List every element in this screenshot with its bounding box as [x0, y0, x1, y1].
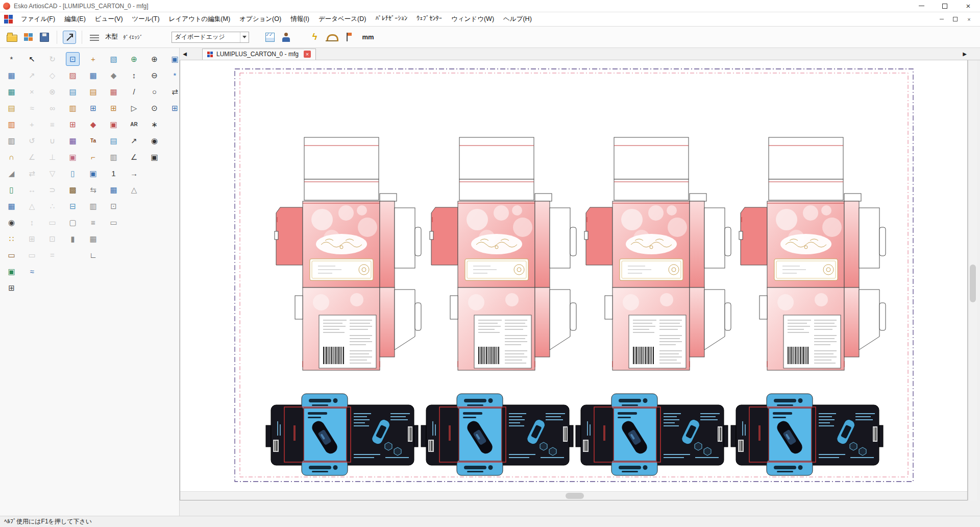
rectangle-tool[interactable]: ▭ — [25, 248, 39, 262]
save-button[interactable] — [38, 31, 51, 44]
menu-info[interactable]: 情報(I) — [286, 12, 314, 26]
mdi-minimize-button[interactable] — [935, 15, 948, 24]
block-tool[interactable]: ▮ — [66, 232, 80, 246]
menu-webcenter[interactable]: ｳｪﾌﾞｾﾝﾀｰ — [412, 12, 447, 26]
gray-diamond-tool[interactable]: ◆ — [107, 68, 120, 82]
purple-grid-tool[interactable]: ▦ — [66, 134, 80, 148]
blue-grid2-tool[interactable]: ▦ — [107, 183, 120, 197]
nest-tool[interactable]: ▦ — [5, 199, 18, 213]
full-screen-tool[interactable]: ▣ — [148, 150, 161, 164]
box-dot-tool[interactable]: ⊡ — [107, 199, 120, 213]
taper-tool[interactable]: △ — [25, 199, 39, 213]
orange-plus-tool[interactable]: ⊞ — [107, 101, 120, 115]
therefore-tool[interactable]: ∴ — [45, 199, 59, 213]
rows-tool[interactable]: ▤ — [66, 85, 80, 99]
red-grid-tool[interactable]: ▦ — [107, 85, 120, 99]
red-diamond-tool[interactable]: ◆ — [86, 117, 100, 131]
perpendicular-tool[interactable]: ⊥ — [45, 150, 59, 164]
angle2-tool[interactable]: ∠ — [127, 150, 141, 164]
layout-check-button[interactable] — [263, 31, 277, 44]
dieboard-edge-tool-button[interactable] — [63, 31, 76, 44]
bar-tool[interactable]: ▭ — [45, 215, 59, 229]
superset-tool[interactable]: ⊃ — [45, 183, 59, 197]
blue-plus-grid-tool[interactable]: ⊞ — [86, 101, 100, 115]
pan-tool[interactable]: ∗ — [148, 117, 161, 131]
loop-tool[interactable]: ∞ — [45, 101, 59, 115]
menu-window[interactable]: ウィンドウ(W) — [447, 12, 499, 26]
layout-manager-button[interactable] — [21, 31, 35, 44]
tall-panel-tool[interactable]: ▯ — [66, 166, 80, 180]
database-operator-button[interactable] — [280, 31, 293, 44]
move-vertical-tool[interactable]: ↕ — [25, 215, 39, 229]
ruler-tool[interactable]: ▭ — [5, 248, 18, 262]
select-tool[interactable]: ↖ — [25, 52, 39, 66]
layout-canvas[interactable] — [180, 60, 968, 500]
layout-grid-tool[interactable]: ▦ — [5, 68, 18, 82]
diamond-tool[interactable]: ◇ — [45, 68, 59, 82]
maximize-button[interactable] — [933, 0, 957, 12]
arrow-right-tool[interactable]: → — [127, 166, 141, 180]
dot-box-tool[interactable]: ⊡ — [45, 232, 59, 246]
text-attr-tool[interactable]: Ta — [86, 134, 100, 148]
lines-tool[interactable]: ≡ — [45, 117, 59, 131]
vertical-arrow-tool[interactable]: ↕ — [127, 68, 141, 82]
play-tool[interactable]: ▷ — [127, 101, 141, 115]
blue-grid-tool[interactable]: ▦ — [86, 68, 100, 82]
menu-file[interactable]: ファイル(F) — [16, 12, 60, 26]
mdi-restore-button[interactable] — [948, 15, 962, 24]
spec-sheet-tool[interactable]: ▤ — [5, 101, 18, 115]
menu-palletization[interactable]: ﾊﾟﾚﾁｾﾞｰｼｮﾝ — [371, 12, 412, 26]
orange-rows-tool[interactable]: ▤ — [86, 85, 100, 99]
stretch-tool[interactable]: ↔ — [25, 183, 39, 197]
panel-tool[interactable]: ▯ — [5, 183, 18, 197]
carton-sleeve-4[interactable] — [731, 394, 883, 475]
bridge-button[interactable] — [325, 31, 338, 44]
one-up-tool[interactable]: 1 — [107, 166, 120, 180]
add-point-tool[interactable]: + — [25, 117, 39, 131]
right-angle-tool[interactable]: ∟ — [86, 248, 100, 262]
empty-box-tool[interactable]: ▢ — [66, 215, 80, 229]
carton-sleeve-2[interactable] — [421, 394, 573, 475]
menu-layout-edit[interactable]: レイアウトの編集(M) — [164, 12, 235, 26]
carton-sleeve-3[interactable] — [576, 394, 728, 475]
chamfer-tool[interactable]: ◢ — [5, 166, 18, 180]
grid-plus-tool[interactable]: ⊞ — [66, 117, 80, 131]
red-frame-tool[interactable]: ▣ — [107, 117, 120, 131]
diag-grid-tool[interactable]: ▧ — [107, 52, 120, 66]
horizontal-scrollbar[interactable] — [180, 491, 967, 500]
delete-tool[interactable]: × — [25, 85, 39, 99]
snap-tool[interactable]: * — [5, 52, 18, 66]
zoom-center-tool[interactable]: ⊙ — [148, 101, 161, 115]
arrow-ne-tool[interactable]: ↗ — [127, 134, 141, 148]
open-button[interactable] — [5, 31, 18, 44]
rotate-tool[interactable]: ↺ — [25, 134, 39, 148]
shade-grid-tool[interactable]: ▩ — [66, 183, 80, 197]
exchange-tool[interactable]: ⇄ — [25, 166, 39, 180]
duplicate-tool[interactable]: ⊞ — [25, 232, 39, 246]
tab-close-icon[interactable]: × — [304, 51, 311, 58]
vertical-scrollbar[interactable] — [968, 60, 977, 500]
tab-scroll-right-icon[interactable]: ▶ — [960, 51, 970, 57]
slash-tool[interactable]: / — [127, 85, 141, 99]
close-button[interactable]: × — [957, 0, 980, 12]
combo-dropdown-icon[interactable] — [240, 32, 249, 42]
gray-bar-tool[interactable]: ▭ — [107, 215, 120, 229]
barcode-tool[interactable]: ▥ — [5, 134, 18, 148]
document-tab[interactable]: LUMIPLUS_CARTON_0 - mfg × — [202, 49, 316, 60]
cols-gray-tool[interactable]: ▥ — [86, 199, 100, 213]
horizontal-scrollbar-thumb[interactable] — [566, 493, 584, 499]
menu-options[interactable]: オプション(O) — [235, 12, 286, 26]
corner-tool[interactable]: ⌐ — [86, 150, 100, 164]
dots-tool[interactable]: ∷ — [5, 232, 18, 246]
zoom-in-tool[interactable]: ⊕ — [148, 52, 161, 66]
corner-grid-tool[interactable]: ⊞ — [5, 281, 18, 295]
counting-pin-button[interactable] — [341, 31, 354, 44]
carton-front-2[interactable] — [430, 137, 576, 370]
menu-tools[interactable]: ツール(T) — [128, 12, 164, 26]
vertical-scrollbar-thumb[interactable] — [970, 265, 976, 302]
angle-tool[interactable]: ∠ — [25, 150, 39, 164]
rotate-cw-tool[interactable]: ↻ — [45, 52, 59, 66]
carton-front-3[interactable] — [584, 137, 731, 370]
offset-tool[interactable]: ↗ — [25, 68, 39, 82]
gray-cols-tool[interactable]: ▥ — [107, 150, 120, 164]
